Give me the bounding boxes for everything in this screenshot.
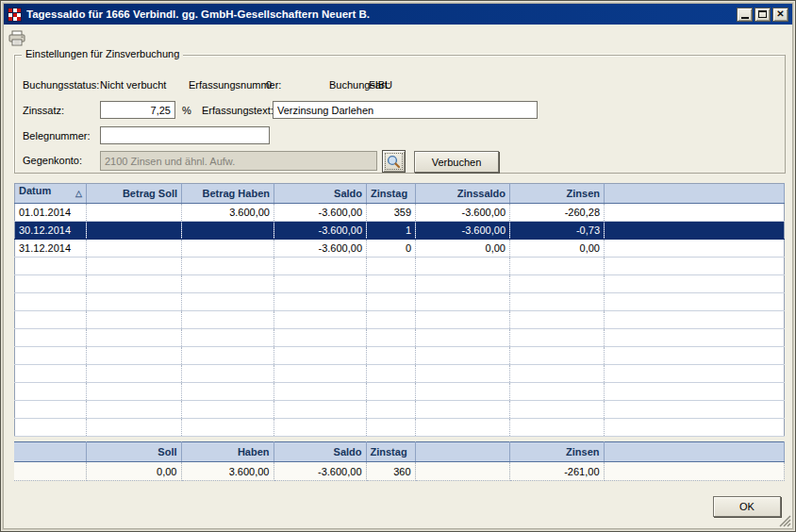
empty-cell bbox=[605, 419, 785, 437]
app-window: Tagessaldo für 1666 Verbindl. gg. GmbH-G… bbox=[0, 0, 796, 532]
empty-cell bbox=[182, 365, 274, 383]
gegenkonto-browse-button[interactable] bbox=[382, 150, 406, 173]
table-empty-row[interactable] bbox=[15, 258, 785, 275]
column-header-zinstag[interactable]: Zinstag bbox=[367, 184, 416, 204]
cell-filler bbox=[605, 240, 785, 258]
empty-cell bbox=[416, 293, 510, 311]
empty-cell bbox=[87, 275, 182, 293]
empty-cell bbox=[510, 293, 605, 311]
empty-cell bbox=[510, 347, 605, 365]
empty-cell bbox=[87, 365, 182, 383]
column-header-betrag-soll[interactable]: Betrag Soll bbox=[87, 184, 182, 204]
table-empty-row[interactable] bbox=[15, 293, 785, 311]
focus-rect bbox=[385, 153, 403, 170]
empty-cell bbox=[274, 365, 367, 383]
empty-cell bbox=[87, 258, 182, 275]
table-row[interactable]: 01.01.2014 3.600,00 -3.600,00 359 -3.600… bbox=[15, 204, 785, 222]
summary-header-zinsen: Zinsen bbox=[509, 442, 604, 462]
belegnummer-input[interactable] bbox=[100, 126, 270, 144]
table-empty-row[interactable] bbox=[15, 347, 785, 365]
empty-cell bbox=[367, 311, 416, 329]
empty-cell bbox=[605, 365, 785, 383]
erfassungstext-input[interactable] bbox=[273, 101, 538, 119]
empty-cell bbox=[182, 383, 274, 401]
column-header-zinssaldo[interactable]: Zinssaldo bbox=[416, 184, 510, 204]
empty-cell bbox=[274, 401, 367, 419]
table-empty-row[interactable] bbox=[15, 419, 785, 437]
empty-cell bbox=[510, 419, 605, 437]
empty-cell bbox=[510, 275, 605, 293]
empty-cell bbox=[367, 419, 416, 437]
summary-value-haben: 3.600,00 bbox=[181, 462, 274, 481]
empty-cell bbox=[367, 293, 416, 311]
verbuchen-button[interactable]: Verbuchen bbox=[414, 151, 499, 173]
summary-header-row: Soll Haben Saldo Zinstag Zinsen bbox=[14, 442, 785, 462]
empty-cell bbox=[15, 401, 87, 419]
table-row[interactable]: 31.12.2014 -3.600,00 0 0,00 0,00 bbox=[15, 240, 785, 258]
summary-header-haben: Haben bbox=[181, 442, 274, 462]
table-row[interactable]: 30.12.2014 -3.600,00 1 -3.600,00 -0,73 bbox=[15, 222, 785, 240]
empty-cell bbox=[274, 275, 367, 293]
empty-cell bbox=[15, 258, 87, 275]
table-empty-row[interactable] bbox=[15, 311, 785, 329]
daily-balance-table: Datum Betrag Soll Betrag Haben Saldo Zin… bbox=[14, 183, 785, 437]
table-empty-row[interactable] bbox=[15, 275, 785, 293]
empty-cell bbox=[605, 258, 785, 275]
empty-cell bbox=[87, 293, 182, 311]
empty-cell bbox=[274, 383, 367, 401]
table-empty-row[interactable] bbox=[15, 401, 785, 419]
cell-zinssaldo: -3.600,00 bbox=[416, 222, 510, 240]
empty-cell bbox=[15, 311, 87, 329]
empty-cell bbox=[416, 365, 510, 383]
resize-grip-icon[interactable] bbox=[779, 515, 791, 527]
summary-value-saldo: -3.600,00 bbox=[274, 462, 366, 481]
column-header-saldo[interactable]: Saldo bbox=[274, 184, 367, 204]
empty-cell bbox=[367, 365, 416, 383]
summary-table: Soll Haben Saldo Zinstag Zinsen 0,00 3.6… bbox=[14, 441, 785, 481]
empty-cell bbox=[182, 293, 274, 311]
cell-zinssaldo: -3.600,00 bbox=[416, 204, 510, 222]
summary-value-zinstag: 360 bbox=[366, 462, 415, 481]
empty-cell bbox=[182, 329, 274, 347]
app-icon bbox=[8, 8, 22, 22]
column-header-betrag-haben[interactable]: Betrag Haben bbox=[182, 184, 274, 204]
empty-cell bbox=[15, 383, 87, 401]
empty-cell bbox=[416, 419, 510, 437]
table-empty-row[interactable] bbox=[15, 383, 785, 401]
empty-cell bbox=[87, 329, 182, 347]
cell-betrag-soll bbox=[87, 222, 182, 240]
close-button[interactable]: ✕ bbox=[772, 8, 788, 22]
empty-cell bbox=[367, 401, 416, 419]
empty-cell bbox=[15, 419, 87, 437]
ok-button[interactable]: OK bbox=[713, 496, 781, 517]
table-empty-row[interactable] bbox=[15, 365, 785, 383]
buchungsstatus-value: Nicht verbucht bbox=[100, 79, 166, 91]
summary-value-row: 0,00 3.600,00 -3.600,00 360 -261,00 bbox=[14, 462, 785, 481]
summary-header-zinssaldo bbox=[415, 442, 509, 462]
empty-cell bbox=[605, 275, 785, 293]
cell-filler bbox=[605, 204, 785, 222]
empty-cell bbox=[510, 258, 605, 275]
print-button[interactable] bbox=[6, 27, 28, 48]
empty-cell bbox=[367, 347, 416, 365]
empty-cell bbox=[182, 311, 274, 329]
table-empty-row[interactable] bbox=[15, 329, 785, 347]
buchungsart-value: FIBU bbox=[369, 79, 392, 91]
empty-cell bbox=[416, 401, 510, 419]
empty-cell bbox=[416, 311, 510, 329]
empty-cell bbox=[367, 383, 416, 401]
minimize-button[interactable] bbox=[737, 8, 753, 22]
empty-cell bbox=[274, 258, 367, 275]
cell-zinssaldo: 0,00 bbox=[416, 240, 510, 258]
zinssatz-input[interactable] bbox=[100, 101, 175, 119]
maximize-button[interactable] bbox=[755, 8, 771, 22]
summary-value-filler bbox=[604, 462, 785, 481]
window-title: Tagessaldo für 1666 Verbindl. gg. GmbH-G… bbox=[26, 8, 737, 20]
column-header-datum[interactable]: Datum bbox=[15, 184, 87, 204]
cell-saldo: -3.600,00 bbox=[274, 204, 367, 222]
cell-zinstag: 359 bbox=[367, 204, 416, 222]
column-header-zinsen[interactable]: Zinsen bbox=[510, 184, 605, 204]
empty-cell bbox=[416, 275, 510, 293]
titlebar: Tagessaldo für 1666 Verbindl. gg. GmbH-G… bbox=[4, 4, 792, 25]
empty-cell bbox=[367, 275, 416, 293]
